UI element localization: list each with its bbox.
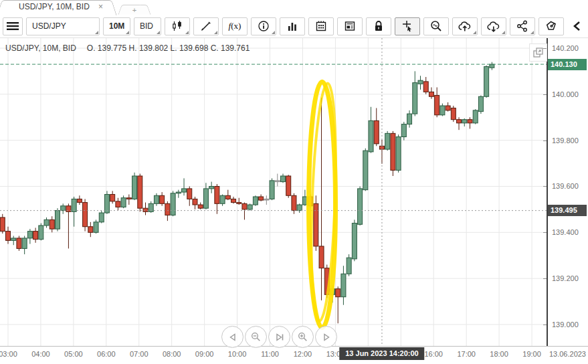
chart-legend: USD/JPY, 10M, BIDO. 139.775 H. 139.802 L… — [5, 43, 250, 53]
time-tick-label: 11:00 — [261, 350, 279, 358]
price-tick-mark — [543, 325, 547, 325]
cloud-upload-button[interactable] — [452, 17, 478, 35]
dropdown-corner-icon — [157, 31, 160, 34]
candle — [446, 102, 450, 112]
instrument-select[interactable]: USD/JPY — [26, 17, 100, 35]
calendar-button[interactable] — [308, 17, 334, 35]
price-tick-label: 140.200 — [552, 44, 587, 52]
share-icon — [516, 20, 528, 32]
candle — [429, 88, 433, 99]
candle — [0, 214, 5, 234]
info-button[interactable] — [251, 17, 276, 35]
note-pen-icon — [545, 20, 558, 32]
dropdown-corner-icon — [272, 31, 275, 34]
time-tick-label: 19:00 — [522, 350, 541, 358]
price-tick-label: 139.000 — [552, 321, 587, 329]
candle — [319, 98, 324, 300]
candle — [77, 195, 82, 205]
candlestick-chart[interactable] — [0, 38, 588, 346]
candle — [72, 197, 76, 227]
lock-button[interactable] — [366, 17, 391, 35]
candle — [396, 134, 401, 173]
candle — [143, 203, 148, 215]
price-tick-mark — [543, 48, 547, 49]
price-tick-label: 139.800 — [552, 136, 587, 145]
chart-type-button[interactable] — [165, 17, 190, 35]
candle — [314, 195, 318, 251]
time-tick-label: 12:00 — [294, 350, 312, 358]
magnifier-plus-icon — [298, 332, 308, 342]
candle — [253, 195, 258, 205]
zoom-out-button[interactable] — [245, 326, 267, 348]
news-button[interactable] — [337, 17, 363, 35]
candle — [379, 140, 384, 164]
candlestick-icon — [171, 20, 183, 32]
back-button[interactable] — [567, 17, 585, 35]
current-price-badge: 140.130 — [548, 59, 587, 70]
price-tick-label: 139.200 — [552, 274, 587, 282]
candle — [259, 195, 264, 201]
period-select[interactable]: 10M — [103, 17, 130, 35]
price-side-select[interactable]: BID — [134, 17, 161, 35]
chart-area[interactable]: USD/JPY, 10M, BIDO. 139.775 H. 139.802 L… — [0, 38, 588, 346]
dropdown-corner-icon — [502, 31, 505, 34]
candle — [121, 195, 126, 208]
candle — [165, 201, 170, 221]
candle — [391, 131, 395, 176]
jump-to-end-button[interactable] — [268, 326, 290, 348]
pan-right-button[interactable] — [315, 326, 337, 348]
draw-tools-button[interactable] — [193, 17, 219, 35]
lock-icon — [373, 20, 385, 32]
candle — [478, 96, 483, 114]
tab-close-icon[interactable]: × — [98, 2, 103, 11]
candle — [61, 203, 66, 213]
magnifier-minus-icon — [251, 332, 261, 342]
trading-app-window: USD/JPY, 10M, BID × + USD/JPY 10M BID — [0, 0, 588, 364]
detach-chart-button[interactable] — [529, 43, 547, 62]
popout-icon — [533, 48, 543, 58]
time-tick-label: 17:00 — [457, 350, 476, 358]
candle — [176, 190, 181, 198]
time-tick-label: 08:00 — [163, 350, 181, 358]
zoom-in-button[interactable] — [292, 326, 314, 348]
price-tick-label: 139.400 — [552, 228, 587, 236]
time-tick-label: 16:00 — [424, 350, 443, 358]
functions-button[interactable]: f(x) — [222, 17, 248, 35]
dropdown-corner-icon — [214, 31, 217, 34]
candle — [182, 178, 187, 195]
menu-button[interactable] — [3, 17, 23, 35]
candle — [83, 199, 88, 231]
time-tick-label: 09:00 — [195, 350, 214, 358]
crosshair-icon — [401, 20, 413, 32]
news-icon — [344, 20, 356, 32]
candle — [336, 286, 340, 323]
time-tick-label: 06:00 — [97, 350, 116, 358]
pan-left-button[interactable] — [221, 326, 243, 348]
new-tab-button[interactable]: + — [123, 5, 146, 15]
candle — [297, 203, 302, 213]
candle — [6, 227, 11, 244]
candle — [22, 236, 27, 254]
time-tick-label: 10:00 — [228, 350, 247, 358]
candle — [423, 77, 428, 94]
zoom-mode-button[interactable] — [423, 17, 449, 35]
time-tick-label: 04:00 — [31, 350, 50, 358]
cloud-download-button[interactable] — [481, 17, 506, 35]
candle — [457, 117, 462, 130]
candle — [281, 174, 286, 183]
candle — [225, 190, 230, 200]
candle — [104, 191, 109, 213]
candle — [407, 110, 412, 128]
share-button[interactable] — [510, 17, 535, 35]
candle — [385, 131, 390, 151]
candle — [440, 104, 445, 116]
notes-button[interactable] — [538, 17, 564, 35]
price-tick-label: 140.000 — [552, 90, 587, 98]
crosshair-button[interactable] — [395, 17, 420, 35]
tab-usdjpy[interactable]: USD/JPY, 10M, BID × — [4, 0, 110, 15]
axis-date-label: 13.06.2023 — [549, 350, 586, 358]
triangle-right-icon — [322, 333, 331, 342]
candle — [358, 186, 363, 225]
candle — [187, 186, 192, 205]
volume-button[interactable] — [280, 17, 305, 35]
